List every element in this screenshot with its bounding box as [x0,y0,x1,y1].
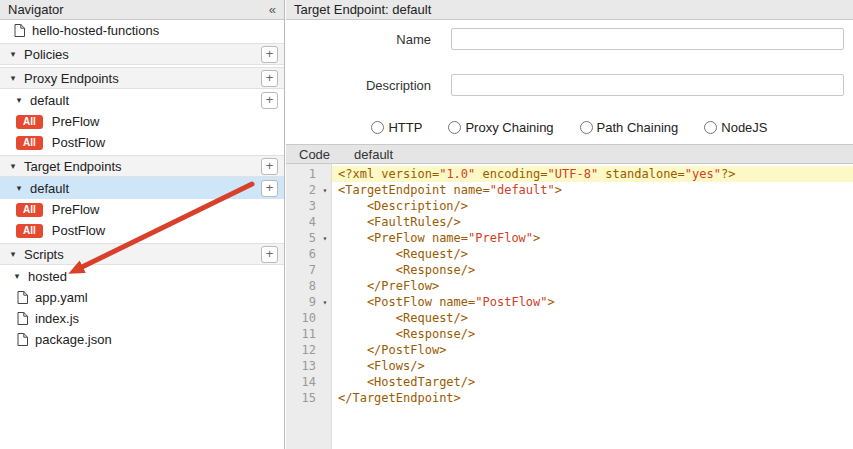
condition-badge: All [16,136,43,150]
script-file-package-json[interactable]: package.json [0,329,284,350]
code-line[interactable]: <Request/> [332,246,853,262]
script-file-label: app.yaml [35,290,88,305]
gutter-line: 4 [286,214,331,230]
gutter-line: 12 [286,342,331,358]
code-line[interactable]: <?xml version="1.0" encoding="UTF-8" sta… [332,166,853,182]
chevron-down-icon: ▾ [8,249,18,259]
section-policies-label: Policies [24,47,69,62]
bundle-icon [14,24,25,37]
gutter-line: 11 [286,326,331,342]
proxy-preflow-label: PreFlow [52,114,100,129]
radio-proxy-chaining-input[interactable] [448,121,461,134]
code-line[interactable]: <FaultRules/> [332,214,853,230]
proxy-endpoint-default-label: default [30,93,69,108]
target-endpoint-default-label: default [30,181,69,196]
radio-http[interactable]: HTTP [371,120,422,135]
section-scripts-label: Scripts [24,247,64,262]
script-file-app-yaml[interactable]: app.yaml [0,287,284,308]
gutter-line: 15 [286,390,331,406]
add-policy-button[interactable]: + [261,46,278,63]
code-lines[interactable]: <?xml version="1.0" encoding="UTF-8" sta… [332,164,853,449]
section-scripts[interactable]: ▾ Scripts + [0,243,284,265]
code-line[interactable]: <TargetEndpoint name="default"> [332,182,853,198]
radio-http-input[interactable] [371,121,384,134]
section-proxy-endpoints-label: Proxy Endpoints [24,71,119,86]
description-row: Description [286,74,853,96]
chevron-down-icon: ▾ [14,183,24,193]
proxy-endpoint-default[interactable]: ▾ default + [0,89,284,111]
radio-path-chaining[interactable]: Path Chaining [580,120,679,135]
target-postflow-item[interactable]: All PostFlow [0,220,284,241]
code-line[interactable]: <PreFlow name="PreFlow"> [332,230,853,246]
condition-badge: All [16,224,43,238]
add-proxy-endpoint-button[interactable]: + [261,70,278,87]
proxy-postflow-item[interactable]: All PostFlow [0,132,284,153]
fold-toggle-icon[interactable]: ▾ [319,298,331,307]
name-label: Name [286,32,431,47]
collapse-navigator-button[interactable]: « [269,2,276,17]
code-line[interactable]: </PreFlow> [332,278,853,294]
description-label: Description [286,78,431,93]
fold-toggle-icon[interactable]: ▾ [319,234,331,243]
code-line[interactable]: </TargetEndpoint> [332,390,853,406]
radio-nodejs[interactable]: NodeJS [704,120,767,135]
target-type-radio-group: HTTP Proxy Chaining Path Chaining NodeJS [286,120,853,135]
code-line[interactable]: </PostFlow> [332,342,853,358]
gutter-line: 10 [286,310,331,326]
code-bar: Code default [286,144,853,164]
fold-toggle-icon[interactable]: ▾ [319,186,331,195]
gutter-line: 2▾ [286,182,331,198]
radio-nodejs-label: NodeJS [721,120,767,135]
script-file-label: index.js [35,311,79,326]
gutter-line: 5▾ [286,230,331,246]
section-target-endpoints[interactable]: ▾ Target Endpoints + [0,155,284,177]
code-line[interactable]: <Description/> [332,198,853,214]
file-icon [17,333,28,346]
gutter-line: 3 [286,198,331,214]
gutter-line: 13 [286,358,331,374]
gutter-line: 9▾ [286,294,331,310]
add-target-flow-button[interactable]: + [261,180,278,197]
nav-item-proxy-bundle[interactable]: hello-hosted-functions [0,20,284,41]
target-preflow-label: PreFlow [52,202,100,217]
target-endpoint-default[interactable]: ▾ default + [0,177,284,199]
script-file-index-js[interactable]: index.js [0,308,284,329]
code-line[interactable]: <Response/> [332,262,853,278]
chevron-down-icon: ▾ [14,95,24,105]
radio-proxy-chaining[interactable]: Proxy Chaining [448,120,553,135]
radio-nodejs-input[interactable] [704,121,717,134]
chevron-down-icon: ▾ [8,49,18,59]
tab-code[interactable]: Code [299,147,330,162]
gutter-line: 6 [286,246,331,262]
navigator-header: Navigator « [0,0,284,20]
chevron-down-icon: ▾ [8,161,18,171]
navigator-panel: Navigator « hello-hosted-functions ▾ Pol… [0,0,285,449]
condition-badge: All [16,115,43,129]
page-title: Target Endpoint: default [294,2,431,17]
target-postflow-label: PostFlow [52,223,105,238]
description-input[interactable] [451,74,844,96]
section-policies[interactable]: ▾ Policies + [0,43,284,65]
code-line[interactable]: <PostFlow name="PostFlow"> [332,294,853,310]
code-editor[interactable]: 12▾345▾6789▾101112131415 <?xml version="… [286,164,853,449]
target-preflow-item[interactable]: All PreFlow [0,199,284,220]
proxy-preflow-item[interactable]: All PreFlow [0,111,284,132]
code-file-name: default [354,147,393,162]
app-window: Navigator « hello-hosted-functions ▾ Pol… [0,0,853,449]
radio-path-chaining-input[interactable] [580,121,593,134]
code-line[interactable]: <HostedTarget/> [332,374,853,390]
code-line[interactable]: <Response/> [332,326,853,342]
code-line[interactable]: <Request/> [332,310,853,326]
main-panel: Target Endpoint: default Name Descriptio… [286,0,853,449]
add-script-button[interactable]: + [261,246,278,263]
section-proxy-endpoints[interactable]: ▾ Proxy Endpoints + [0,67,284,89]
code-line[interactable]: <Flows/> [332,358,853,374]
condition-badge: All [16,203,43,217]
chevron-down-icon: ▾ [8,73,18,83]
name-input[interactable] [451,28,844,50]
add-proxy-flow-button[interactable]: + [261,92,278,109]
scripts-folder-hosted[interactable]: ▾ hosted [0,265,284,287]
add-target-endpoint-button[interactable]: + [261,158,278,175]
file-icon [17,312,28,325]
radio-http-label: HTTP [388,120,422,135]
